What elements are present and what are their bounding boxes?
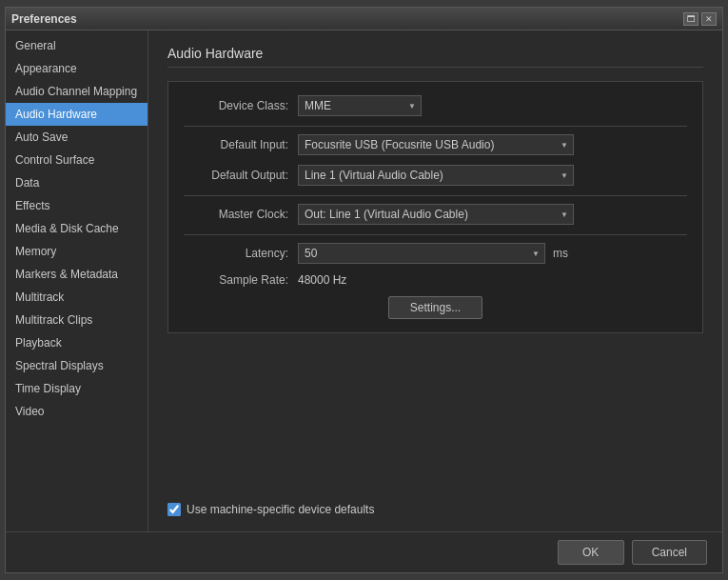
master-clock-wrapper: Out: Line 1 (Virtual Audio Cable) Intern… xyxy=(298,204,574,225)
sidebar-item-appearance[interactable]: Appearance xyxy=(6,57,148,80)
machine-specific-checkbox[interactable] xyxy=(167,503,181,516)
default-input-select[interactable]: Focusrite USB (Focusrite USB Audio) No I… xyxy=(298,134,574,155)
sidebar-item-control-surface[interactable]: Control Surface xyxy=(6,149,148,171)
default-input-label: Default Input: xyxy=(184,138,288,151)
default-input-wrapper: Focusrite USB (Focusrite USB Audio) No I… xyxy=(298,134,574,155)
separator-1 xyxy=(184,126,687,127)
sidebar-item-audio-channel-mapping[interactable]: Audio Channel Mapping xyxy=(6,80,148,103)
ms-label: ms xyxy=(553,247,568,260)
latency-row: Latency: 50 100 200 400 ms xyxy=(184,243,687,264)
sidebar-item-media-&-disk-cache[interactable]: Media & Disk Cache xyxy=(6,217,148,240)
sidebar-item-playback[interactable]: Playback xyxy=(6,331,148,354)
default-input-row: Default Input: Focusrite USB (Focusrite … xyxy=(184,134,687,155)
default-output-select[interactable]: Line 1 (Virtual Audio Cable) No Output F… xyxy=(298,165,574,186)
device-class-row: Device Class: MME ASIO WDM xyxy=(184,95,687,116)
sidebar-item-multitrack[interactable]: Multitrack xyxy=(6,286,148,309)
checkbox-row: Use machine-specific device defaults xyxy=(167,493,703,516)
default-output-row: Default Output: Line 1 (Virtual Audio Ca… xyxy=(184,165,687,186)
content-area: Audio Hardware Device Class: MME ASIO WD… xyxy=(148,30,722,531)
sidebar-item-video[interactable]: Video xyxy=(6,400,148,423)
sidebar-item-general[interactable]: General xyxy=(6,34,148,57)
sidebar-item-audio-hardware[interactable]: Audio Hardware xyxy=(6,103,148,126)
sidebar-item-memory[interactable]: Memory xyxy=(6,240,148,263)
maximize-button[interactable]: 🗖 xyxy=(683,12,698,26)
master-clock-label: Master Clock: xyxy=(184,208,288,221)
sidebar-item-data[interactable]: Data xyxy=(6,171,148,194)
device-class-label: Device Class: xyxy=(184,99,288,112)
master-clock-row: Master Clock: Out: Line 1 (Virtual Audio… xyxy=(184,204,687,225)
device-class-select[interactable]: MME ASIO WDM xyxy=(298,95,422,116)
default-output-label: Default Output: xyxy=(184,169,288,182)
separator-3 xyxy=(184,234,687,235)
form-area: Device Class: MME ASIO WDM Default Input… xyxy=(167,81,703,333)
master-clock-select[interactable]: Out: Line 1 (Virtual Audio Cable) Intern… xyxy=(298,204,574,225)
sidebar-item-multitrack-clips[interactable]: Multitrack Clips xyxy=(6,309,148,331)
section-title: Audio Hardware xyxy=(167,46,703,68)
close-button[interactable]: ✕ xyxy=(701,12,717,26)
preferences-dialog: Preferences 🗖 ✕ GeneralAppearanceAudio C… xyxy=(5,7,723,573)
latency-wrapper: 50 100 200 400 xyxy=(298,243,545,264)
sample-rate-row: Sample Rate: 48000 Hz xyxy=(184,273,687,287)
dialog-title: Preferences xyxy=(11,12,77,26)
sidebar-item-markers-&-metadata[interactable]: Markers & Metadata xyxy=(6,263,148,286)
latency-label: Latency: xyxy=(184,247,288,260)
dialog-body: GeneralAppearanceAudio Channel MappingAu… xyxy=(6,30,722,531)
ok-button[interactable]: OK xyxy=(558,540,624,565)
default-output-wrapper: Line 1 (Virtual Audio Cable) No Output F… xyxy=(298,165,574,186)
separator-2 xyxy=(184,195,687,196)
sidebar-item-auto-save[interactable]: Auto Save xyxy=(6,126,148,149)
sidebar-item-effects[interactable]: Effects xyxy=(6,194,148,217)
title-bar-buttons: 🗖 ✕ xyxy=(683,12,717,26)
latency-select[interactable]: 50 100 200 400 xyxy=(298,243,545,264)
sidebar-item-spectral-displays[interactable]: Spectral Displays xyxy=(6,354,148,377)
sample-rate-label: Sample Rate: xyxy=(184,273,288,287)
checkbox-label: Use machine-specific device defaults xyxy=(187,503,374,516)
title-bar: Preferences 🗖 ✕ xyxy=(6,8,722,30)
device-class-wrapper: MME ASIO WDM xyxy=(298,95,422,116)
sidebar: GeneralAppearanceAudio Channel MappingAu… xyxy=(6,30,148,531)
settings-btn-row: Settings... xyxy=(184,296,687,319)
sample-rate-value: 48000 Hz xyxy=(298,273,346,287)
cancel-button[interactable]: Cancel xyxy=(632,540,707,565)
settings-button[interactable]: Settings... xyxy=(388,296,482,319)
dialog-footer: OK Cancel xyxy=(6,531,722,572)
sidebar-item-time-display[interactable]: Time Display xyxy=(6,377,148,400)
